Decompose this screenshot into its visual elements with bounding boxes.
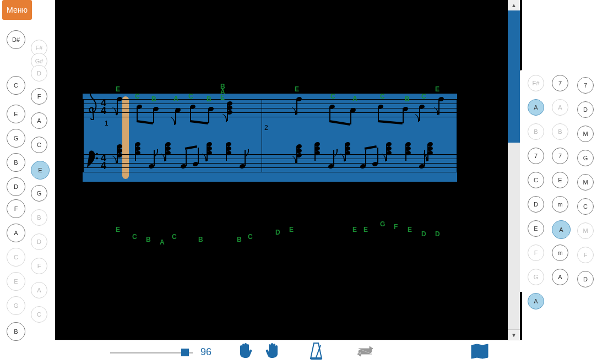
treble-clef-icon [86, 89, 100, 126]
note-letter: D [421, 230, 426, 238]
note-letter: B [207, 95, 211, 103]
left-note-g[interactable]: G [7, 129, 25, 148]
right-btn-1-6[interactable]: A [552, 220, 571, 239]
right-btn-2-1[interactable]: D [577, 101, 594, 118]
note-letter: C [172, 233, 177, 241]
scroll-up-button[interactable]: ▲ [508, 0, 520, 11]
left-note-b[interactable]: B [7, 322, 25, 341]
right-btn-0-0[interactable]: F# [528, 75, 544, 91]
right-btn-0-6[interactable]: E [528, 220, 544, 237]
right-btn-0-2[interactable]: B [528, 123, 544, 140]
right-btn-1-2[interactable]: B [552, 123, 568, 140]
right-btn-2-5[interactable]: C [577, 198, 594, 215]
note-letter: B [405, 95, 410, 103]
left-note-e[interactable]: E [7, 272, 25, 291]
control-bar: 96 [55, 340, 522, 364]
left-note-inner-d[interactable]: D [31, 65, 47, 82]
scroll-thumb[interactable] [508, 10, 520, 143]
right-btn-0-4[interactable]: C [528, 172, 544, 188]
measure-number: 1 [105, 119, 108, 127]
left-note-inner-a[interactable]: A [31, 282, 47, 298]
right-btn-1-4[interactable]: E [552, 172, 568, 188]
timesig-bottom: 4 [101, 162, 106, 170]
note-letter: D [435, 230, 440, 238]
left-note-inner-f[interactable]: F [31, 88, 47, 105]
right-btn-2-0[interactable]: 7 [577, 77, 594, 94]
note-letter: E [116, 85, 120, 93]
slider-thumb[interactable] [181, 349, 189, 356]
left-note-b[interactable]: B [7, 153, 25, 172]
note-letter: C [248, 233, 253, 241]
right-panel-bg [520, 0, 597, 341]
right-btn-2-6[interactable]: M [577, 222, 594, 239]
note-letter: B [198, 236, 203, 243]
note-letter: A [352, 95, 357, 102]
menu-button[interactable]: Меню [2, 0, 32, 20]
left-note-inner-d[interactable]: D [31, 233, 47, 250]
left-note-c[interactable]: C [7, 248, 25, 267]
scroll-down-button[interactable]: ▼ [508, 329, 520, 340]
chevron-down-icon: ▼ [511, 332, 517, 338]
right-btn-0-5[interactable]: D [528, 196, 544, 213]
left-note-c[interactable]: C [7, 76, 25, 95]
left-note-inner-c[interactable]: C [31, 306, 47, 323]
playback-cursor[interactable] [122, 96, 129, 179]
right-btn-1-1[interactable]: A [552, 99, 568, 116]
right-btn-0-7[interactable]: F [528, 245, 544, 261]
note-letter: E [220, 94, 225, 101]
treble-timesig: 4 4 [101, 99, 106, 115]
note-letter: E [289, 226, 294, 233]
left-note-e[interactable]: E [7, 105, 25, 123]
timesig-bottom: 4 [101, 107, 106, 115]
left-note-inner-f[interactable]: F [31, 258, 47, 274]
left-note-g[interactable]: G [7, 296, 25, 315]
right-btn-2-8[interactable]: D [577, 271, 594, 287]
right-btn-0-9[interactable]: A [528, 293, 544, 309]
chevron-up-icon: ▲ [511, 2, 517, 8]
note-letter: C [380, 93, 385, 100]
left-note-inner-e[interactable]: E [31, 161, 50, 180]
right-btn-0-8[interactable]: G [528, 269, 544, 285]
note-letter: G [380, 220, 385, 228]
left-note-a[interactable]: A [7, 224, 25, 242]
tempo-slider[interactable] [110, 350, 193, 355]
right-btn-2-3[interactable]: G [577, 150, 594, 166]
right-btn-0-1[interactable]: A [528, 99, 544, 116]
left-note-inner-g[interactable]: G [31, 185, 47, 202]
left-note-inner-c[interactable]: C [31, 137, 47, 153]
right-btn-1-7[interactable]: m [552, 245, 568, 261]
right-btn-1-8[interactable]: A [552, 269, 568, 285]
right-btn-1-0[interactable]: 7 [552, 75, 568, 91]
overview-icon[interactable] [470, 343, 489, 362]
note-letter: C [188, 93, 193, 100]
note-letter: C [330, 93, 335, 100]
right-btn-2-7[interactable]: F [577, 247, 594, 263]
vertical-scrollbar[interactable]: ▲ ▼ [508, 0, 520, 340]
right-btn-1-5[interactable]: m [552, 196, 568, 213]
note-letter: B [237, 236, 242, 243]
slider-track [110, 352, 193, 354]
right-btn-2-2[interactable]: M [577, 126, 594, 142]
metronome-icon[interactable] [308, 342, 324, 363]
note-letter: B [151, 95, 156, 103]
score-area: 4 4 4 4 1 2 ECBACBBAEECACBCE ECBACBBCDEE… [55, 0, 522, 340]
barline [262, 99, 262, 172]
left-note-f[interactable]: F [7, 199, 25, 218]
right-hand-icon[interactable] [264, 342, 282, 363]
note-letter: E [363, 226, 368, 233]
left-note-d[interactable]: D [7, 177, 25, 196]
note-letter: A [160, 238, 165, 246]
right-btn-1-3[interactable]: 7 [552, 148, 568, 164]
note-letter: E [352, 226, 357, 233]
loop-icon[interactable] [355, 344, 375, 361]
bass-timesig: 4 4 [101, 154, 106, 170]
left-note-d#[interactable]: D# [7, 30, 25, 49]
tempo-value: 96 [200, 346, 211, 358]
left-note-inner-b[interactable]: B [31, 209, 47, 226]
left-hand-icon[interactable] [237, 342, 254, 363]
note-letter: E [116, 226, 120, 233]
right-btn-0-3[interactable]: 7 [528, 148, 544, 164]
note-letter: E [435, 85, 439, 93]
left-note-inner-a[interactable]: A [31, 112, 47, 129]
right-btn-2-4[interactable]: M [577, 174, 594, 191]
